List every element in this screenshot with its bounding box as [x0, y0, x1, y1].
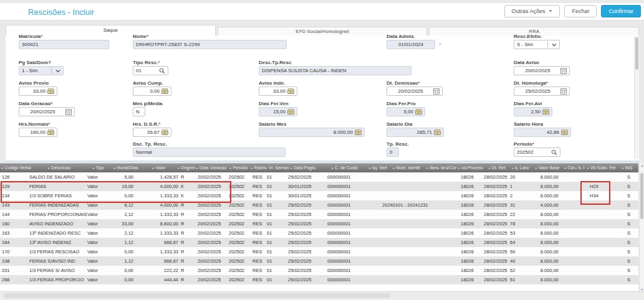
- table-row-163[interactable]: 16313º INDENIZADO RESCValor2,121.333,33R…: [0, 228, 638, 238]
- cell-periodo[interactable]: 202502: [229, 275, 249, 284]
- cell-data_geracao[interactable]: 20/02/2025: [198, 266, 226, 275]
- cell-ins[interactable]: S: [627, 172, 636, 182]
- calculator-icon[interactable]: [287, 109, 294, 115]
- table-row-201[interactable]: 2011/3 FERIAS S/ AVISOValor0,00222,22R20…: [0, 266, 638, 275]
- cell-origem[interactable]: R: [181, 210, 188, 219]
- cell-horas[interactable]: 33,00: [103, 219, 133, 228]
- cell-ins[interactable]: S: [627, 266, 636, 275]
- outras-acoes-button[interactable]: Outras Ações ▼: [504, 5, 560, 17]
- column-header-roteir[interactable]: ▸Roteir: [251, 164, 266, 172]
- tipo-resc-input[interactable]: 01: [133, 66, 168, 75]
- desc-tp-resc-input[interactable]: DISPENSA S/JUSTA CAUSA - INDEN: [259, 66, 411, 75]
- cell-valor[interactable]: 4.000,00: [142, 182, 178, 191]
- cell-valor[interactable]: 1.333,33: [142, 191, 178, 200]
- cell-c_custo[interactable]: 000000001: [327, 172, 366, 182]
- cell-roteir[interactable]: RES: [252, 238, 266, 247]
- scroll-up-icon[interactable]: ▲: [640, 164, 644, 167]
- cell-od_process[interactable]: 18026: [461, 210, 478, 219]
- cell-q_lanc[interactable]: 64: [510, 238, 522, 247]
- cell-od_process[interactable]: 18026: [461, 191, 478, 200]
- calculator-icon[interactable]: [434, 129, 441, 135]
- salario-mes-input[interactable]: 8.000,00: [259, 128, 365, 137]
- cell-num_identif[interactable]: 20240101 - 20241231: [368, 200, 443, 210]
- cell-codigo[interactable]: 160: [2, 219, 29, 228]
- cell-data_geracao[interactable]: 20/02/2025: [198, 191, 226, 200]
- cell-data_pagto[interactable]: 30/01/2025: [288, 182, 317, 191]
- cell-od_process[interactable]: 18026: [461, 238, 478, 247]
- cell-data_pagto[interactable]: 25/02/2025: [288, 200, 317, 210]
- column-header-codigo[interactable]: ▸Codigo Verba: [0, 164, 32, 172]
- cell-valor_base[interactable]: 8.000,00: [525, 228, 559, 238]
- cell-horas[interactable]: 5,00: [103, 172, 133, 182]
- cell-semana[interactable]: 01: [267, 219, 276, 228]
- cell-ins[interactable]: S: [627, 219, 636, 228]
- horizontal-scrollbar-thumb[interactable]: [4, 293, 390, 298]
- magnifier-icon[interactable]: [551, 149, 557, 156]
- cell-horas[interactable]: 1,12: [103, 256, 133, 266]
- cell-ins[interactable]: S: [627, 238, 636, 247]
- dias-fer-ven-input[interactable]: 15,00: [259, 107, 297, 116]
- cell-codigo[interactable]: 266: [2, 275, 29, 284]
- cell-origem[interactable]: R: [181, 228, 188, 238]
- cell-data_pagto[interactable]: 25/02/2025: [288, 256, 317, 266]
- column-header-descricao[interactable]: ▸Descricao: [32, 164, 86, 172]
- calculator-icon[interactable]: [161, 88, 168, 94]
- cell-c_custo[interactable]: 000000001: [327, 228, 366, 238]
- cell-dt_ref[interactable]: 28/02/2025: [484, 191, 512, 200]
- cell-q_lanc[interactable]: 52: [510, 266, 522, 275]
- cell-data_geracao[interactable]: 20/02/2025: [198, 275, 226, 284]
- cell-codigo[interactable]: 126: [2, 172, 29, 182]
- cell-codigo[interactable]: 198: [2, 256, 29, 266]
- cell-od_process[interactable]: 18026: [461, 275, 478, 284]
- cell-horas[interactable]: 1,12: [103, 238, 133, 247]
- cell-roteir[interactable]: RES: [252, 266, 266, 275]
- cell-semana[interactable]: 01: [267, 210, 276, 219]
- cell-semana[interactable]: 01: [267, 200, 276, 210]
- cell-data_pagto[interactable]: 25/02/2025: [288, 238, 317, 247]
- cell-origem[interactable]: K: [181, 191, 188, 200]
- calculator-icon[interactable]: [47, 88, 54, 94]
- cell-valor[interactable]: 8.800,00: [142, 219, 178, 228]
- cell-valor_base[interactable]: 8.000,00: [525, 219, 559, 228]
- column-header-horas[interactable]: ▸Horas/Dias: [111, 164, 141, 172]
- cell-data_geracao[interactable]: 20/02/2025: [198, 200, 226, 210]
- table-vertical-scrollbar[interactable]: ▲ ▼: [639, 163, 644, 292]
- calculator-icon[interactable]: [415, 109, 422, 115]
- calculator-icon[interactable]: [287, 88, 294, 94]
- table-row-134[interactable]: 1341/3 SOBRE FERIASValor0,001.333,33K20/…: [0, 191, 638, 200]
- dias-fer-avi-input[interactable]: 2,50: [514, 107, 552, 116]
- pg-sab-dom-select[interactable]: 1 - Sim: [19, 66, 64, 75]
- cell-roteir[interactable]: RES: [252, 172, 266, 182]
- cell-periodo[interactable]: 202502: [229, 266, 249, 275]
- column-header-item[interactable]: ▸Item: [426, 164, 438, 172]
- cell-origem[interactable]: R: [181, 275, 188, 284]
- dt-homologa-input[interactable]: 25/02/2025: [514, 87, 570, 96]
- calculator-icon[interactable]: [542, 109, 549, 115]
- cell-semana[interactable]: 01: [267, 172, 276, 182]
- cell-origem[interactable]: R: [181, 247, 188, 256]
- cell-valor_base[interactable]: 8.000,00: [525, 238, 559, 247]
- cell-origem[interactable]: R: [181, 256, 188, 266]
- cell-roteir[interactable]: RES: [252, 247, 266, 256]
- column-header-sq_verb[interactable]: ▸sq. Vert: [369, 164, 387, 172]
- cell-q_lanc[interactable]: 1: [510, 182, 522, 191]
- column-header-tipo[interactable]: ▸Tipo: [86, 164, 111, 172]
- cell-data_geracao[interactable]: 20/02/2025: [198, 219, 226, 228]
- cell-od_process[interactable]: 18026: [461, 172, 478, 182]
- cell-dt_ref[interactable]: 28/02/2025: [484, 275, 512, 284]
- column-header-dt_ref[interactable]: ▸Dt. Ref.: [485, 164, 510, 172]
- cell-ins[interactable]: S: [627, 191, 636, 200]
- cell-od_process[interactable]: 18026: [461, 219, 478, 228]
- dsc-tp-resc-input[interactable]: Normal: [133, 148, 286, 157]
- cell-dt_ref[interactable]: 28/02/2025: [484, 228, 512, 238]
- column-header-vb_subs[interactable]: ▸Vb Subs. Fer: [585, 164, 618, 172]
- cell-periodo[interactable]: 202502: [229, 219, 249, 228]
- cell-q_lanc[interactable]: 20: [510, 172, 522, 182]
- cell-codigo[interactable]: 129: [2, 182, 29, 191]
- cell-horas[interactable]: 2,12: [103, 228, 133, 238]
- cell-valor_base[interactable]: 8.000,00: [525, 275, 559, 284]
- data-geracao-input[interactable]: 20/02/2025: [19, 107, 75, 116]
- hrs-normais-input[interactable]: 160,00: [19, 128, 57, 137]
- cell-periodo[interactable]: 202502: [229, 182, 249, 191]
- cell-ins[interactable]: S: [627, 275, 636, 284]
